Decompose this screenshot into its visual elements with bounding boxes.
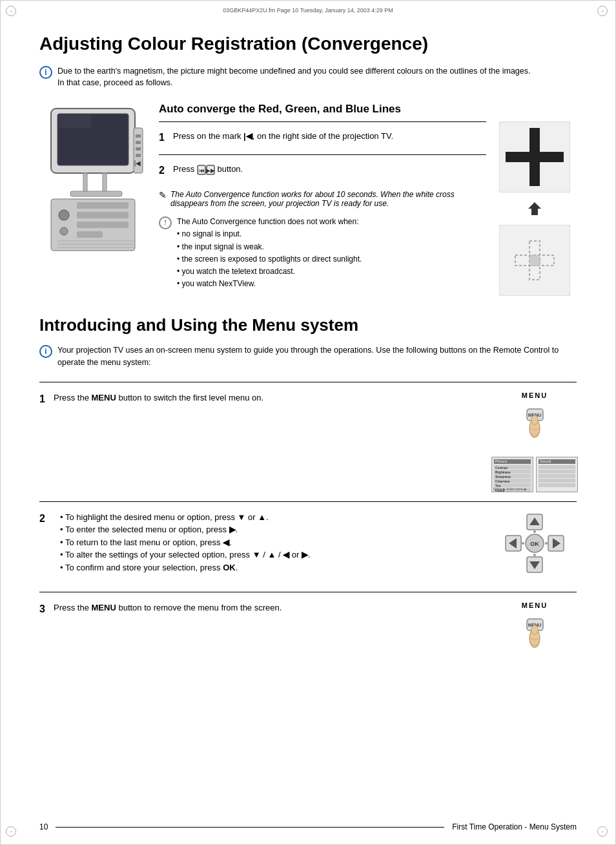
svg-rect-33 <box>529 255 540 266</box>
note-pencil-icon: ✎ <box>159 190 167 200</box>
cross-plus-icon <box>499 121 570 193</box>
svg-point-50 <box>522 542 524 545</box>
svg-point-37 <box>531 415 538 424</box>
menu-step2-item: To return to the last menu or option, pr… <box>60 536 482 549</box>
page-footer: 10 First Time Operation - Menu System <box>39 822 577 831</box>
menu-info-note-box: i Your projection TV uses an on-screen m… <box>39 344 577 369</box>
menu-step3-text: Press the MENU button to remove the menu… <box>54 601 482 614</box>
menu-screenshot-left: Picture Contrast Brightness Sharpness Cl… <box>491 457 533 492</box>
auto-converge-step1: 1 Press on the mark |◀, on the right sid… <box>159 130 486 145</box>
warn-icon: ! <box>159 216 172 229</box>
corner-circle-bl: + <box>6 826 16 837</box>
menu-step3-section: 3 Press the MENU button to remove the me… <box>39 592 577 667</box>
cross-dotted-icon <box>499 225 570 296</box>
warning-content: The Auto Convergence function does not w… <box>177 216 362 290</box>
step1-text: Press on the mark |◀, on the right side … <box>173 130 486 143</box>
dpad-icon: OK <box>502 511 567 576</box>
corner-circle-br: + <box>597 826 608 837</box>
step1-num: 1 <box>159 130 169 145</box>
menu-label-3: MENU <box>522 601 548 609</box>
menu-step2-item: To alter the settings of your selected o… <box>60 548 482 561</box>
menu-step1-text: Press the MENU button to switch the firs… <box>54 391 482 404</box>
page-title: Adjusting Colour Registration (Convergen… <box>39 33 577 55</box>
warning-item: you watch the teletext broadcast. <box>177 266 362 278</box>
warning-item: the input signal is weak. <box>177 241 362 253</box>
tv-image-area: |◀ <box>39 102 152 296</box>
menu-step2-item: To enter the selected menu or option, pr… <box>60 523 482 536</box>
menu-step1-image: MENU MENU Picture Contrast Brightness <box>493 391 577 492</box>
menu-step2-item: To highlight the desired menu or option,… <box>60 511 482 524</box>
svg-marker-29 <box>528 202 541 215</box>
file-info: 03GBKP44PX2U.fm Page 10 Tuesday, January… <box>223 7 393 14</box>
svg-text:|◀: |◀ <box>134 160 141 167</box>
svg-rect-7 <box>136 134 141 138</box>
svg-rect-17 <box>77 222 128 228</box>
warning-title: The Auto Convergence function does not w… <box>177 217 359 226</box>
corner-mark-br: + <box>597 826 610 839</box>
auto-converge-step2: 2 Press ⏮▶▶ button. <box>159 163 486 178</box>
svg-point-48 <box>533 530 536 533</box>
menu-section-title: Introducing and Using the Menu system <box>39 315 577 335</box>
svg-rect-15 <box>77 202 128 209</box>
menu-step2-item: To confirm and store your selection, pre… <box>60 561 482 574</box>
menu-step3-image: MENU MENU <box>493 601 577 658</box>
italic-note-text: The Auto Convergence function works for … <box>170 190 486 208</box>
menu-step3-row: 3 Press the MENU button to remove the me… <box>39 601 482 617</box>
svg-text:⏮: ⏮ <box>198 167 204 174</box>
converge-content: Auto converge the Red, Green, and Blue L… <box>159 102 486 296</box>
menu-step1-content: 1 Press the MENU button to switch the fi… <box>39 391 482 416</box>
footer-section: First Time Operation - Menu System <box>452 822 577 831</box>
warning-list: no signal is input. the input signal is … <box>177 228 362 290</box>
menu-step2-num: 2 <box>39 511 50 527</box>
warning-box: ! The Auto Convergence function does not… <box>159 216 486 290</box>
svg-rect-10 <box>136 154 141 157</box>
svg-point-55 <box>531 625 538 634</box>
menu-step1-row: 1 Press the MENU button to switch the fi… <box>39 391 482 407</box>
svg-rect-5 <box>70 191 122 196</box>
menu-screenshot-right: Sound <box>536 457 578 492</box>
menu-info-text: Your projection TV uses an on-screen men… <box>57 344 577 369</box>
menu-step1-num: 1 <box>39 391 50 407</box>
warning-item: you watch NexTView. <box>177 278 362 290</box>
info-note-box: i Due to the earth's magnetism, the pict… <box>39 65 577 90</box>
menu-step2-text: To highlight the desired menu or option,… <box>54 511 482 574</box>
italic-note: ✎ The Auto Convergence function works fo… <box>159 187 486 211</box>
svg-rect-16 <box>77 212 128 218</box>
corner-circle-tl: + <box>6 6 16 16</box>
menu-step2-list: To highlight the desired menu or option,… <box>54 511 482 574</box>
menu-step2-content: 2 To highlight the desired menu or optio… <box>39 511 482 583</box>
corner-mark-bl: + <box>6 826 19 839</box>
svg-point-14 <box>60 227 68 235</box>
menu-step2-section: 2 To highlight the desired menu or optio… <box>39 501 577 592</box>
corner-circle-tr: + <box>597 6 608 16</box>
svg-rect-28 <box>506 152 564 162</box>
menu-hand-icon: MENU <box>514 406 556 448</box>
svg-text:▶▶: ▶▶ <box>206 167 215 174</box>
menu-hand-icon-3: MENU <box>514 616 556 658</box>
menu-step2-row: 2 To highlight the desired menu or optio… <box>39 511 482 574</box>
svg-rect-9 <box>136 147 141 151</box>
menu-step3-content: 3 Press the MENU button to remove the me… <box>39 601 482 626</box>
svg-point-49 <box>533 554 536 556</box>
info-note-text: Due to the earth's magnetism, the pictur… <box>57 65 530 90</box>
svg-text:OK: OK <box>530 541 539 547</box>
corner-mark-tl: + <box>6 6 19 19</box>
page: + + + + 03GBKP44PX2U.fm Page 10 Tuesday,… <box>0 0 616 845</box>
svg-point-51 <box>545 542 548 545</box>
svg-rect-18 <box>77 231 103 238</box>
menu-step2-image: OK <box>493 511 577 576</box>
svg-rect-4 <box>103 173 107 193</box>
svg-rect-8 <box>136 141 141 144</box>
info-icon: i <box>39 66 52 79</box>
arrow-down-icon <box>525 199 544 218</box>
corner-mark-tr: + <box>597 6 610 19</box>
menu-step1-section: 1 Press the MENU button to switch the fi… <box>39 382 577 501</box>
auto-converge-subtitle: Auto converge the Red, Green, and Blue L… <box>159 102 486 116</box>
svg-rect-2 <box>59 115 91 128</box>
step2-text: Press ⏮▶▶ button. <box>173 163 486 176</box>
svg-point-13 <box>59 210 69 220</box>
footer-page-num: 10 <box>39 822 48 831</box>
menu-step3-num: 3 <box>39 601 50 617</box>
cross-diagram-area <box>493 102 577 296</box>
warning-item: the screen is exposed to spotlights or d… <box>177 253 362 266</box>
